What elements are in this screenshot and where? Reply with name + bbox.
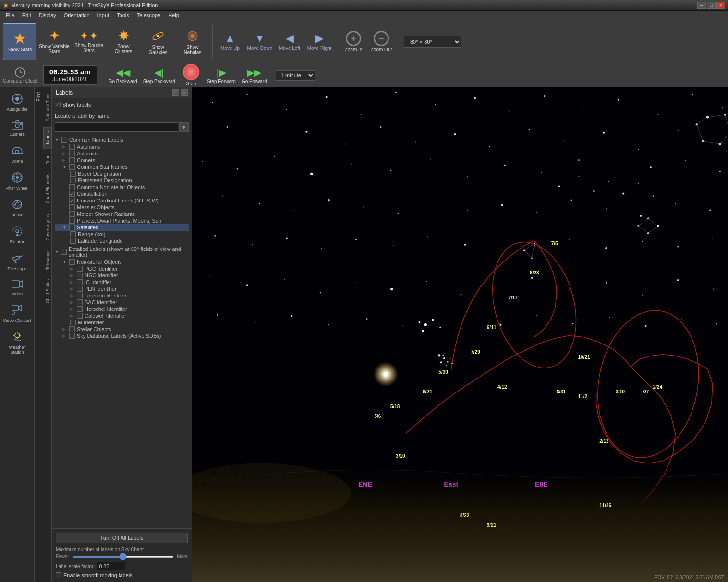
menu-file[interactable]: File	[2, 12, 18, 19]
common-name-labels-header[interactable]: ▼ Common Name Labels	[55, 136, 189, 143]
horizon-cardinal-cb[interactable]	[69, 198, 75, 203]
common-star-names-cb[interactable]	[69, 164, 75, 170]
interval-selector[interactable]: 1 minute 5 minutes 1 hour	[276, 70, 315, 81]
svg-point-195	[523, 249, 525, 251]
step-forward-button[interactable]: |▶ Step Forward	[205, 66, 238, 85]
sidebar-item-filter-wheel[interactable]: Filter Wheel	[1, 168, 33, 194]
asterisms-cb[interactable]	[69, 144, 75, 150]
flamsteed-cb[interactable]	[70, 178, 76, 183]
max-labels-slider[interactable]	[72, 556, 174, 558]
sidebar-item-rotator[interactable]: Rotator	[1, 222, 33, 248]
show-labels-checkbox[interactable]	[55, 102, 61, 107]
show-double-stars-button[interactable]: ✦✦ Show Double Stars	[72, 23, 106, 60]
labels-panel-title: Labels	[56, 89, 73, 96]
stellar-objects-cb[interactable]	[69, 326, 75, 332]
minimize-button[interactable]: ─	[697, 2, 706, 9]
range-cb[interactable]	[70, 231, 76, 237]
zoom-in-button[interactable]: + Zoom In	[340, 23, 367, 60]
sky-chart[interactable]: ENE East E8E 7/5 6/23 7/17 6/11 7/29 5/3…	[192, 87, 728, 582]
find-label[interactable]: Find	[35, 89, 43, 104]
scale-input[interactable]	[97, 562, 125, 570]
common-name-cb[interactable]	[61, 137, 67, 143]
menu-edit[interactable]: Edit	[18, 12, 35, 19]
sac-cb[interactable]	[77, 299, 83, 305]
svg-point-90	[650, 166, 652, 168]
sidebar-item-focuser[interactable]: Focuser	[1, 195, 33, 221]
show-nebulas-button[interactable]: Show Nebulas	[176, 23, 209, 60]
bayer-cb[interactable]	[70, 171, 76, 177]
messier-cb[interactable]	[69, 204, 75, 210]
move-right-button[interactable]: ▶ Move Right	[305, 23, 334, 60]
m-identifier-cb[interactable]	[70, 320, 76, 325]
lorenzin-cb[interactable]	[77, 293, 83, 298]
sky-db-cb[interactable]	[69, 333, 75, 339]
menu-tools[interactable]: Tools	[113, 12, 133, 19]
svg-point-148	[531, 277, 533, 279]
constellation-cb[interactable]	[69, 191, 75, 197]
ic-cb[interactable]	[77, 279, 83, 285]
svg-point-151	[642, 295, 643, 296]
weather-station-label: Weather Station	[3, 345, 32, 355]
go-backward-button[interactable]: ◀◀ Go Backward	[107, 66, 139, 85]
sidebar-item-camera[interactable]: Camera	[1, 116, 33, 140]
show-clusters-button[interactable]: ✸ Show Clusters	[107, 23, 140, 60]
comets-cb[interactable]	[69, 157, 75, 163]
herschel-cb[interactable]	[77, 306, 83, 312]
menu-orientation[interactable]: Orientation	[60, 12, 94, 19]
nonstellar-cb[interactable]	[69, 259, 75, 265]
move-up-button[interactable]: ▲ Move Up	[216, 23, 244, 60]
zoom-out-button[interactable]: − Zoom Out	[368, 23, 395, 60]
pgc-cb[interactable]	[77, 266, 83, 272]
detailed-labels-header[interactable]: ▼ Detailed Labels (shown at 60° fields o…	[55, 245, 189, 259]
show-variable-stars-button[interactable]: ✦ Show Variable Stars	[37, 23, 71, 60]
menu-help[interactable]: Help	[164, 12, 183, 19]
svg-point-157	[328, 324, 329, 325]
menu-display[interactable]: Display	[35, 12, 60, 19]
vtab-chart-elements[interactable]: Chart Elements	[43, 169, 52, 208]
zoom-out-icon: −	[374, 31, 389, 46]
satellites-cb[interactable]	[69, 225, 75, 230]
vtab-observing-list[interactable]: Observing List	[43, 209, 52, 245]
sidebar-item-telescope[interactable]: Telescope	[1, 249, 33, 274]
move-left-button[interactable]: ◀ Move Left	[275, 23, 304, 60]
locate-dropdown-button[interactable]: ▼	[179, 122, 189, 132]
step-backward-button[interactable]: ◀| Step Backward	[141, 66, 177, 85]
caldwell-cb[interactable]	[77, 313, 83, 319]
locate-input[interactable]	[55, 122, 178, 132]
fov-selector[interactable]: 80° × 80°	[404, 36, 461, 48]
go-forward-button[interactable]: ▶▶ Go Forward	[240, 66, 269, 85]
move-down-button[interactable]: ▼ Move Down	[245, 23, 274, 60]
vtab-telescope[interactable]: Telescope	[43, 246, 52, 274]
stop-button[interactable]: Stop	[179, 63, 203, 87]
latlng-cb[interactable]	[70, 238, 76, 244]
maximize-button[interactable]: □	[707, 2, 716, 9]
common-nonstellar-cb[interactable]	[69, 184, 75, 190]
vtab-chart-status[interactable]: Chart Status	[43, 275, 52, 308]
labels-restore-button[interactable]: □	[172, 89, 179, 96]
sidebar-item-dome[interactable]: Dome	[1, 141, 33, 167]
sidebar-item-video[interactable]: Video	[1, 275, 33, 299]
menu-telescope[interactable]: Telescope	[133, 12, 165, 19]
vtab-tours[interactable]: Tours	[43, 149, 52, 168]
detailed-labels-cb[interactable]	[61, 249, 67, 255]
sidebar-item-weather-station[interactable]: Weather Station	[1, 327, 33, 358]
asteroids-cb[interactable]	[69, 151, 75, 156]
move-left-icon: ◀	[286, 32, 294, 45]
ngc-cb[interactable]	[77, 273, 83, 278]
meteor-cb[interactable]	[69, 211, 75, 217]
menu-input[interactable]: Input	[94, 12, 113, 19]
svg-point-125	[252, 244, 253, 245]
sidebar-item-autoguider[interactable]: Autoguider	[1, 89, 33, 115]
turn-off-all-button[interactable]: Turn Off All Labels	[56, 533, 188, 543]
smooth-labels-checkbox[interactable]	[56, 572, 61, 578]
vtab-rail: Date and Time Labels Tours Chart Element…	[43, 87, 52, 582]
pln-cb[interactable]	[77, 286, 83, 292]
planets-cb[interactable]	[69, 218, 75, 224]
close-button[interactable]: ✕	[716, 2, 725, 9]
show-stars-button[interactable]: ★ Show Stars	[3, 23, 36, 60]
show-galaxies-button[interactable]: Show Galaxies	[141, 23, 175, 60]
vtab-date-time[interactable]: Date and Time	[43, 89, 52, 126]
labels-close-button[interactable]: ✕	[181, 89, 188, 96]
sidebar-item-video-guider[interactable]: Video (Guider)	[1, 300, 33, 326]
vtab-labels[interactable]: Labels	[43, 127, 52, 149]
